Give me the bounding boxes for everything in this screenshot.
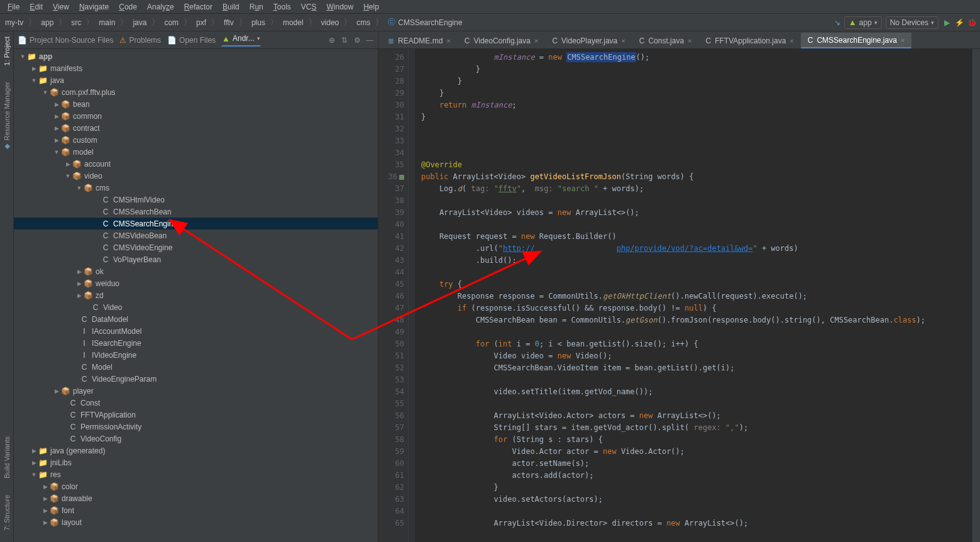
tree-common[interactable]: common	[73, 112, 102, 121]
rail-project[interactable]: 1: Project	[3, 31, 11, 70]
tree-VideoConfig[interactable]: VideoConfig	[80, 434, 121, 443]
rail-build-variants[interactable]: Build Variants	[3, 431, 11, 484]
tab-nonsource[interactable]: 📄 Project Non-Source Files	[18, 36, 113, 45]
menu-analyze[interactable]: Analyze	[143, 1, 178, 13]
project-tree[interactable]: ▼📁app ▶📁manifests ▼📁java ▼📦com.pxf.fftv.…	[14, 49, 378, 542]
tree-CMSHtmlVideo[interactable]: CMSHtmlVideo	[113, 196, 165, 204]
override-gutter-icon[interactable]	[399, 175, 404, 180]
tree-Video[interactable]: Video	[103, 303, 122, 312]
menu-navigate[interactable]: Navigate	[75, 1, 113, 13]
tree-res[interactable]: res	[50, 470, 61, 479]
hide-icon[interactable]: —	[365, 36, 374, 45]
tree-video[interactable]: video	[84, 172, 102, 180]
tab-fftvapplication[interactable]: CFFTVApplication.java×	[699, 33, 801, 48]
tree-cms[interactable]: cms	[96, 184, 109, 192]
tree-drawable[interactable]: drawable	[62, 494, 92, 503]
apply-icon[interactable]: ⚡	[955, 18, 964, 27]
tree-manifests[interactable]: manifests	[50, 64, 82, 73]
tree-bean[interactable]: bean	[73, 100, 90, 109]
menu-window[interactable]: Window	[322, 1, 357, 13]
close-icon[interactable]: ×	[534, 37, 538, 45]
tree-CMSVideoEngine[interactable]: CMSVideoEngine	[113, 243, 173, 252]
tree-weiduo[interactable]: weiduo	[96, 279, 119, 288]
tree-jniLibs[interactable]: jniLibs	[50, 458, 72, 467]
tree-layout[interactable]: layout	[62, 518, 82, 527]
tree-DataModel[interactable]: DataModel	[92, 315, 128, 324]
close-icon[interactable]: ×	[446, 37, 450, 45]
target-icon[interactable]: ⊕	[328, 36, 336, 45]
menu-run[interactable]: Run	[246, 1, 267, 13]
tab-cmssearchengine[interactable]: CCMSSearchEngine.java×	[801, 33, 912, 48]
menu-tools[interactable]: Tools	[270, 1, 295, 13]
close-icon[interactable]: ×	[621, 37, 625, 45]
tree-java-gen[interactable]: java (generated)	[50, 446, 105, 455]
crumb-9[interactable]: model	[283, 18, 304, 27]
tab-videoplayer[interactable]: CVideoPlayer.java×	[545, 33, 632, 48]
tree-model[interactable]: model	[73, 148, 94, 157]
menu-code[interactable]: Code	[115, 1, 141, 13]
debug-icon[interactable]: 🐞	[967, 18, 976, 27]
crumb-7[interactable]: fftv	[224, 18, 234, 27]
gear-icon[interactable]: ⚙	[353, 36, 361, 45]
tree-java[interactable]: java	[50, 76, 64, 85]
tree-CMSSearchEngine[interactable]: CMSSearchEngine	[113, 219, 177, 228]
menu-vcs[interactable]: VCS	[297, 1, 321, 13]
tree-ok[interactable]: ok	[96, 267, 104, 276]
crumb-6[interactable]: pxf	[196, 18, 206, 27]
tree-ISearchEngine[interactable]: ISearchEngine	[92, 339, 141, 348]
crumb-1[interactable]: app	[41, 18, 53, 27]
crumb-8[interactable]: plus	[251, 18, 265, 27]
rail-structure[interactable]: 7: Structure	[3, 490, 11, 536]
crumb-4[interactable]: java	[133, 18, 146, 27]
tree-Model[interactable]: Model	[92, 363, 113, 372]
crumb-3[interactable]: main	[99, 18, 115, 27]
menu-refactor[interactable]: Refactor	[180, 1, 216, 13]
tree-contract[interactable]: contract	[73, 124, 100, 133]
menu-edit[interactable]: Edit	[26, 1, 47, 13]
menu-view[interactable]: View	[49, 1, 73, 13]
tree-VoPlayerBean[interactable]: VoPlayerBean	[113, 255, 161, 264]
menu-build[interactable]: Build	[219, 1, 243, 13]
crumb-0[interactable]: my-tv	[5, 18, 23, 27]
crumb-10[interactable]: video	[321, 18, 339, 27]
crumb-5[interactable]: com	[164, 18, 179, 27]
tree-font[interactable]: font	[62, 506, 74, 515]
tree-color[interactable]: color	[62, 482, 78, 491]
crumb-11[interactable]: cms	[356, 18, 370, 27]
tab-problems[interactable]: ⚠ Problems	[119, 36, 161, 45]
device-select[interactable]: No Devices ▾	[886, 16, 939, 29]
tab-android[interactable]: ▲ Andr... ▾	[222, 34, 260, 47]
tree-custom[interactable]: custom	[73, 136, 97, 145]
fold-gutter[interactable]	[409, 49, 415, 542]
line-gutter[interactable]: 2627282930313233343536373839404142434445…	[378, 49, 409, 542]
tab-readme[interactable]: ≣README.md×	[381, 33, 458, 48]
close-icon[interactable]: ×	[901, 36, 905, 44]
sync-icon[interactable]: ↘	[834, 18, 840, 27]
tree-CMSSearchBean[interactable]: CMSSearchBean	[113, 207, 172, 216]
crumb-2[interactable]: src	[71, 18, 81, 27]
tree-IAccountModel[interactable]: IAccountModel	[92, 327, 141, 336]
run-icon[interactable]: ▶	[942, 18, 951, 27]
tree-zd[interactable]: zd	[96, 291, 104, 300]
menu-file[interactable]: File	[4, 1, 23, 13]
tree-account[interactable]: account	[84, 160, 111, 169]
tree-FFTVApplication[interactable]: FFTVApplication	[80, 411, 136, 419]
tree-PermissionActivity[interactable]: PermissionActivity	[80, 423, 141, 431]
close-icon[interactable]: ×	[688, 37, 691, 45]
menu-help[interactable]: Help	[360, 1, 383, 13]
tree-Const[interactable]: Const	[80, 399, 100, 407]
tree-pkg[interactable]: com.pxf.fftv.plus	[62, 88, 116, 97]
tree-player[interactable]: player	[73, 387, 94, 395]
tab-videoconfig[interactable]: CVideoConfig.java×	[458, 33, 546, 48]
close-icon[interactable]: ×	[790, 37, 793, 45]
run-config-select[interactable]: ▲ app ▾	[844, 16, 882, 29]
rail-resource-manager[interactable]: ◆ Resource Manager	[3, 77, 11, 156]
tree-IVideoEngine[interactable]: IVideoEngine	[92, 351, 136, 360]
editor-scrollbar[interactable]	[972, 49, 980, 542]
tree-app[interactable]: app	[39, 52, 52, 61]
tree-CMSVideoBean[interactable]: CMSVideoBean	[113, 231, 167, 240]
tree-VideoEngineParam[interactable]: VideoEngineParam	[92, 375, 157, 384]
code-editor[interactable]: mInstance = new CMSSearchEngine(); } } }…	[415, 49, 972, 542]
tab-const[interactable]: CConst.java×	[632, 33, 699, 48]
tab-openfiles[interactable]: 📄 Open Files	[167, 36, 216, 45]
